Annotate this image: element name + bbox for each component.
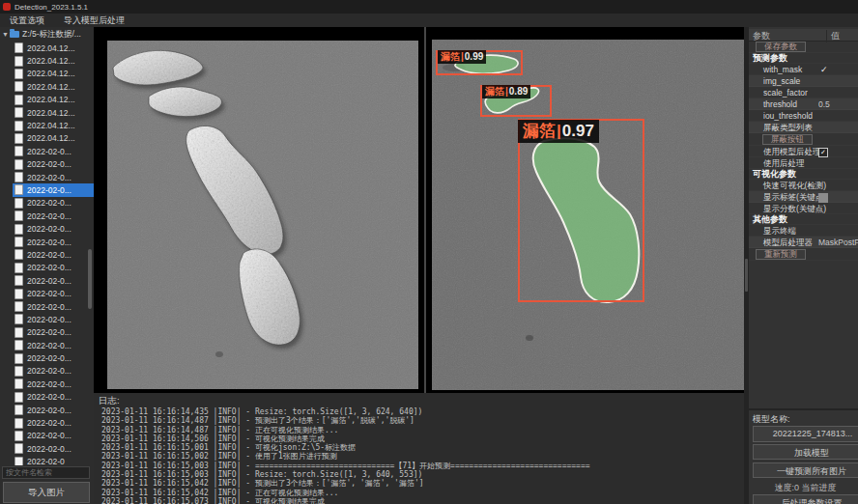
param-row[interactable]: 显示标签(关键点)	[749, 191, 858, 203]
tree-item[interactable]: 2022-02-0...	[13, 145, 94, 157]
right-panel-splitter-handle[interactable]	[745, 259, 748, 292]
file-tree: ▼ Z:/5-标注数据/... 2022.04.12... 2022.04.12…	[0, 27, 94, 465]
tree-item[interactable]: 2022-02-0...	[13, 183, 94, 196]
param-row[interactable]: 模型后处理器 MaskPostPro	[749, 237, 858, 248]
tree-item[interactable]: 2022.04.12...	[13, 132, 94, 145]
tree-item[interactable]: 2022-02-0...	[13, 287, 94, 299]
param-row[interactable]: with_mask ✓	[749, 64, 858, 75]
checkbox[interactable]: ✓	[818, 148, 828, 157]
tree-item[interactable]: 2022-02-0...	[13, 222, 94, 235]
tree-item[interactable]: 2022-02-0...	[13, 171, 94, 183]
file-icon	[14, 95, 23, 105]
tree-item[interactable]: 2022-02-0...	[13, 326, 94, 339]
menu-item[interactable]: 设置选项	[0, 14, 54, 27]
param-row[interactable]: 显示终端	[749, 225, 858, 237]
title-bar: Detection_2023.1.5.1	[0, 0, 858, 14]
tree-item[interactable]: 2022.04.12...	[13, 42, 94, 54]
app-icon	[3, 3, 11, 11]
param-label: 使用后处理	[763, 158, 805, 168]
param-action-button[interactable]: 重新预测	[756, 249, 806, 260]
param-row[interactable]: 可视化参数	[749, 169, 858, 180]
param-row[interactable]: 屏蔽类型列表	[749, 122, 858, 133]
file-icon	[14, 457, 23, 465]
log-line: 2023-01-11 16:16:14,506 |INFO| - 可视化预测结果…	[101, 434, 590, 443]
param-value[interactable]: 0.5	[818, 98, 830, 110]
param-label: 屏蔽类型列表	[763, 123, 813, 132]
tree-item[interactable]: 2022-02-0...	[13, 158, 94, 171]
expand-arrow-icon[interactable]: ▼	[2, 31, 10, 38]
view-splitter[interactable]	[424, 27, 426, 393]
file-icon	[14, 81, 23, 92]
param-row[interactable]: iou_threshold	[749, 110, 858, 122]
tree-item[interactable]: 2022.04.12...	[13, 68, 94, 80]
tree-item[interactable]: 2022.04.12...	[13, 119, 94, 131]
file-icon	[14, 327, 23, 338]
param-row[interactable]: 使用后处理	[749, 157, 858, 169]
menu-item[interactable]: 导入模型后处理	[54, 14, 134, 27]
search-input[interactable]	[2, 466, 90, 479]
tree-item[interactable]: 2022-02-0...	[13, 262, 94, 274]
param-row[interactable]: 使用模型后处理 ✓	[749, 146, 858, 157]
param-row[interactable]: img_scale	[749, 75, 858, 87]
param-row[interactable]: threshold 0.5	[749, 98, 858, 110]
file-icon	[14, 249, 23, 260]
tree-item[interactable]: 2022-02-0...	[13, 430, 94, 442]
tree-item[interactable]: 2022-02-0...	[13, 378, 94, 390]
predict-all-button[interactable]: 一键预测所有图片	[753, 462, 858, 478]
param-row[interactable]: 预测参数	[749, 53, 858, 64]
file-icon	[14, 42, 23, 53]
file-icon	[14, 418, 23, 429]
load-model-button[interactable]: 加载模型	[753, 444, 858, 460]
file-icon	[14, 366, 23, 377]
tree-item[interactable]: 2022-02-0...	[13, 210, 94, 222]
import-images-button[interactable]: 导入图片	[3, 482, 90, 503]
tree-item[interactable]: 2022.04.12...	[13, 80, 94, 93]
model-name-field[interactable]: 20221225_174813...	[753, 426, 858, 442]
tree-item[interactable]: 2022-02-0	[13, 456, 94, 466]
param-value[interactable]: MaskPostPro	[818, 237, 858, 248]
tree-item[interactable]: 2022-02-0...	[13, 416, 94, 429]
param-action-button[interactable]: 屏蔽按钮	[762, 134, 813, 145]
file-icon	[14, 353, 23, 364]
checkbox[interactable]	[818, 193, 828, 203]
param-label: 模型后处理器	[763, 238, 813, 247]
file-icon	[14, 133, 23, 144]
log-line: 2023-01-11 16:16:15,002 |INFO| - 使用了1张图片…	[101, 452, 590, 461]
tree-item[interactable]: 2022-02-0...	[13, 313, 94, 325]
tree-item[interactable]: 2022.04.12...	[13, 54, 94, 67]
tree-item[interactable]: 2022-02-0...	[13, 274, 94, 287]
file-icon	[14, 184, 23, 195]
tree-item[interactable]: 2022-02-0...	[13, 365, 94, 378]
log-line: 2023-01-11 16:16:15,042 |INFO| - 预测出了3个结…	[101, 479, 590, 488]
file-icon	[14, 431, 23, 441]
param-row[interactable]: 其他参数	[749, 214, 858, 225]
file-icon	[14, 107, 23, 118]
window-title: Detection_2023.1.5.1	[14, 3, 88, 12]
param-row[interactable]: scale_factor	[749, 87, 858, 98]
detection-label-2: 漏箔|0.89	[482, 85, 530, 98]
tree-item[interactable]: 2022.04.12...	[13, 106, 94, 119]
tree-item-list: 2022.04.12... 2022.04.12... 2022.04.12..…	[0, 42, 94, 465]
checkmark-icon[interactable]: ✓	[820, 64, 828, 75]
file-icon	[14, 289, 23, 299]
log-line: 2023-01-11 16:16:15,003 |INFO| - =======…	[101, 462, 590, 470]
postprocess-settings-button[interactable]: 后处理参数设置	[753, 494, 858, 504]
tree-item[interactable]: 2022-02-0...	[13, 339, 94, 351]
tree-item[interactable]: 2022-02-0...	[13, 404, 94, 416]
tree-item[interactable]: 2022-02-0...	[13, 351, 94, 364]
param-row[interactable]: 保存参数	[749, 41, 858, 53]
tree-root-folder[interactable]: ▼ Z:/5-标注数据/...	[0, 27, 94, 42]
tree-item[interactable]: 2022-02-0...	[13, 300, 94, 313]
tree-item[interactable]: 2022-02-0...	[13, 391, 94, 404]
tree-item[interactable]: 2022.04.12...	[13, 94, 94, 106]
param-action-button[interactable]: 保存参数	[756, 42, 806, 52]
tree-item[interactable]: 2022-02-0...	[13, 236, 94, 248]
param-row[interactable]: 屏蔽按钮	[749, 133, 858, 146]
tree-item[interactable]: 2022-02-0...	[13, 197, 94, 210]
tree-item[interactable]: 2022-02-0...	[13, 248, 94, 261]
tree-scrollbar[interactable]	[88, 249, 92, 309]
tree-item[interactable]: 2022-02-0...	[13, 442, 94, 455]
param-row[interactable]: 快速可视化(检测)	[749, 180, 858, 191]
param-row[interactable]: 显示分数(关键点)	[749, 203, 858, 214]
param-row[interactable]: 重新预测	[749, 248, 858, 261]
